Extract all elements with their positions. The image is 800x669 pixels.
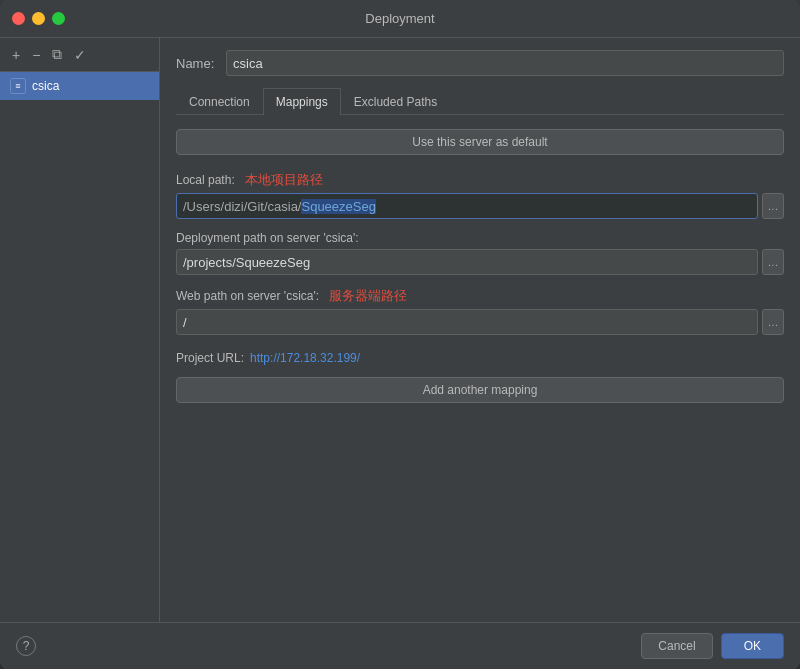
web-path-input-row: …	[176, 309, 784, 335]
web-path-label: Web path on server 'csica':	[176, 289, 319, 303]
web-path-browse-button[interactable]: …	[762, 309, 784, 335]
add-server-button[interactable]: +	[8, 45, 24, 65]
server-icon: ≡	[10, 78, 26, 94]
deployment-path-browse-button[interactable]: …	[762, 249, 784, 275]
minimize-button[interactable]	[32, 12, 45, 25]
local-path-browse-button[interactable]: …	[762, 193, 784, 219]
name-input[interactable]	[226, 50, 784, 76]
project-url-row: Project URL: http://172.18.32.199/	[176, 351, 784, 365]
bottom-buttons: Cancel OK	[641, 633, 784, 659]
maximize-button[interactable]	[52, 12, 65, 25]
deployment-path-input[interactable]	[176, 249, 758, 275]
local-path-section: Local path: 本地项目路径 /Users/dizi/Git/casia…	[176, 171, 784, 219]
close-button[interactable]	[12, 12, 25, 25]
project-url-label: Project URL:	[176, 351, 244, 365]
titlebar: Deployment	[0, 0, 800, 38]
local-path-annotation: 本地项目路径	[245, 171, 323, 189]
sidebar-item-csica[interactable]: ≡ csica	[0, 72, 159, 100]
deployment-path-section: Deployment path on server 'csica': …	[176, 231, 784, 275]
local-path-input[interactable]: /Users/dizi/Git/casia/SqueezeSeg	[176, 193, 758, 219]
right-panel: Name: Connection Mappings Excluded Paths…	[160, 38, 800, 622]
project-url-link[interactable]: http://172.18.32.199/	[250, 351, 360, 365]
web-path-annotation: 服务器端路径	[329, 287, 407, 305]
tabs: Connection Mappings Excluded Paths	[176, 88, 784, 115]
deployment-window: Deployment + − ⧉ ✓ ≡ csica Name:	[0, 0, 800, 669]
check-server-button[interactable]: ✓	[70, 45, 90, 65]
name-row: Name:	[176, 50, 784, 76]
local-path-input-row: /Users/dizi/Git/casia/SqueezeSeg …	[176, 193, 784, 219]
bottom-bar: ? Cancel OK	[0, 622, 800, 669]
deployment-path-input-row: …	[176, 249, 784, 275]
name-label: Name:	[176, 56, 218, 71]
local-path-normal: /Users/dizi/Git/casia/	[183, 199, 301, 214]
copy-server-button[interactable]: ⧉	[48, 44, 66, 65]
sidebar-item-label: csica	[32, 79, 59, 93]
web-path-section: Web path on server 'csica': 服务器端路径 …	[176, 287, 784, 335]
tab-excluded-paths[interactable]: Excluded Paths	[341, 88, 450, 115]
window-title: Deployment	[365, 11, 434, 26]
sidebar: + − ⧉ ✓ ≡ csica	[0, 38, 160, 622]
use-as-default-button[interactable]: Use this server as default	[176, 129, 784, 155]
window-controls	[12, 12, 65, 25]
deployment-path-label: Deployment path on server 'csica':	[176, 231, 784, 245]
add-another-mapping-button[interactable]: Add another mapping	[176, 377, 784, 403]
web-path-label-row: Web path on server 'csica': 服务器端路径	[176, 287, 784, 305]
local-path-label-row: Local path: 本地项目路径	[176, 171, 784, 189]
ok-button[interactable]: OK	[721, 633, 784, 659]
local-path-highlighted: SqueezeSeg	[301, 199, 375, 214]
tab-mappings[interactable]: Mappings	[263, 88, 341, 115]
sidebar-toolbar: + − ⧉ ✓	[0, 38, 159, 72]
web-path-input[interactable]	[176, 309, 758, 335]
main-content: + − ⧉ ✓ ≡ csica Name: Connecti	[0, 38, 800, 622]
help-button[interactable]: ?	[16, 636, 36, 656]
local-path-label: Local path:	[176, 173, 235, 187]
tab-connection[interactable]: Connection	[176, 88, 263, 115]
cancel-button[interactable]: Cancel	[641, 633, 712, 659]
remove-server-button[interactable]: −	[28, 45, 44, 65]
